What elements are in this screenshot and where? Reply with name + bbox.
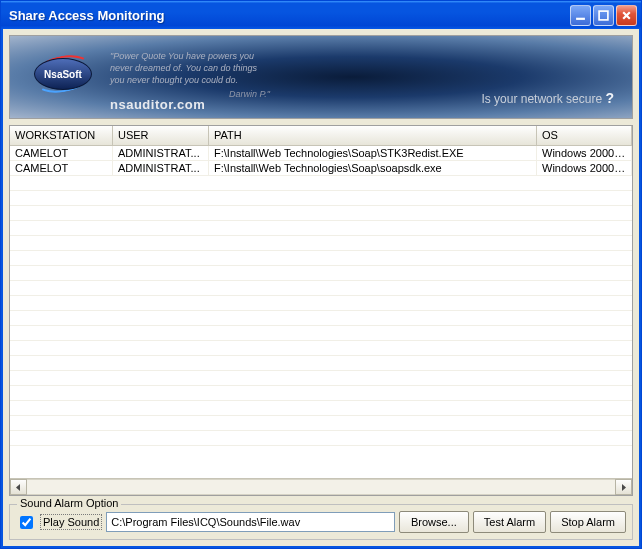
logo: NsaSoft bbox=[32, 54, 94, 94]
maximize-icon bbox=[598, 10, 609, 21]
client-area: NsaSoft "Power Quote You have powers you… bbox=[1, 29, 641, 548]
tagline-text: Is your network secure bbox=[481, 92, 602, 106]
table-row-empty bbox=[10, 416, 632, 431]
table-row-empty bbox=[10, 386, 632, 401]
cell-user: ADMINISTRAT... bbox=[113, 161, 209, 175]
col-path[interactable]: PATH bbox=[209, 126, 537, 145]
cell-path: F:\Install\Web Technologies\Soap\soapsdk… bbox=[209, 161, 537, 175]
close-icon bbox=[621, 10, 632, 21]
svg-rect-0 bbox=[576, 17, 585, 19]
cell-workstation: CAMELOT bbox=[10, 146, 113, 160]
sound-alarm-legend: Sound Alarm Option bbox=[17, 497, 121, 509]
sound-alarm-group: Sound Alarm Option Play Sound Browse... … bbox=[9, 504, 633, 540]
table-row-empty bbox=[10, 356, 632, 371]
cell-path: F:\Install\Web Technologies\Soap\STK3Red… bbox=[209, 146, 537, 160]
table-row-empty bbox=[10, 176, 632, 191]
cell-os: Windows 2000 ... bbox=[537, 146, 632, 160]
table-row-empty bbox=[10, 236, 632, 251]
cell-workstation: CAMELOT bbox=[10, 161, 113, 175]
col-workstation[interactable]: WORKSTATION bbox=[10, 126, 113, 145]
scroll-track[interactable] bbox=[27, 479, 615, 495]
test-alarm-button[interactable]: Test Alarm bbox=[473, 511, 546, 533]
browse-button[interactable]: Browse... bbox=[399, 511, 469, 533]
banner-url: nsauditor.com bbox=[110, 97, 205, 112]
tagline-mark: ? bbox=[605, 90, 614, 106]
play-sound-label[interactable]: Play Sound bbox=[40, 514, 102, 530]
window-controls bbox=[570, 5, 637, 26]
window-title: Share Access Monitoring bbox=[9, 8, 570, 23]
chevron-right-icon bbox=[620, 484, 627, 491]
col-os[interactable]: OS bbox=[537, 126, 632, 145]
table-row-empty bbox=[10, 281, 632, 296]
banner-tagline: Is your network secure ? bbox=[481, 90, 614, 106]
table-row-empty bbox=[10, 251, 632, 266]
col-user[interactable]: USER bbox=[113, 126, 209, 145]
results-table: WORKSTATION USER PATH OS CAMELOTADMINIST… bbox=[9, 125, 633, 496]
close-button[interactable] bbox=[616, 5, 637, 26]
minimize-icon bbox=[575, 10, 586, 21]
quote-text: "Power Quote You have powers you never d… bbox=[110, 51, 257, 85]
banner: NsaSoft "Power Quote You have powers you… bbox=[9, 35, 633, 119]
minimize-button[interactable] bbox=[570, 5, 591, 26]
cell-user: ADMINISTRAT... bbox=[113, 146, 209, 160]
sound-alarm-row: Play Sound Browse... Test Alarm Stop Ala… bbox=[16, 511, 626, 533]
titlebar: Share Access Monitoring bbox=[1, 1, 641, 29]
scroll-left-button[interactable] bbox=[10, 479, 27, 495]
logo-text: NsaSoft bbox=[34, 58, 92, 90]
horizontal-scrollbar[interactable] bbox=[10, 478, 632, 495]
chevron-left-icon bbox=[15, 484, 22, 491]
table-row-empty bbox=[10, 311, 632, 326]
maximize-button[interactable] bbox=[593, 5, 614, 26]
table-row-empty bbox=[10, 341, 632, 356]
table-row-empty bbox=[10, 431, 632, 446]
table-row[interactable]: CAMELOTADMINISTRAT...F:\Install\Web Tech… bbox=[10, 146, 632, 161]
table-row-empty bbox=[10, 266, 632, 281]
svg-rect-1 bbox=[599, 11, 608, 20]
table-row-empty bbox=[10, 206, 632, 221]
table-row-empty bbox=[10, 401, 632, 416]
table-row-empty bbox=[10, 296, 632, 311]
table-row-empty bbox=[10, 326, 632, 341]
table-header: WORKSTATION USER PATH OS bbox=[10, 126, 632, 146]
table-row-empty bbox=[10, 221, 632, 236]
sound-path-input[interactable] bbox=[106, 512, 395, 532]
app-window: Share Access Monitoring NsaSoft "Power Q… bbox=[0, 0, 642, 549]
table-row[interactable]: CAMELOTADMINISTRAT...F:\Install\Web Tech… bbox=[10, 161, 632, 176]
cell-os: Windows 2000 ... bbox=[537, 161, 632, 175]
banner-quote: "Power Quote You have powers you never d… bbox=[110, 50, 270, 100]
play-sound-checkbox[interactable] bbox=[20, 516, 33, 529]
table-body[interactable]: CAMELOTADMINISTRAT...F:\Install\Web Tech… bbox=[10, 146, 632, 478]
scroll-right-button[interactable] bbox=[615, 479, 632, 495]
table-row-empty bbox=[10, 191, 632, 206]
stop-alarm-button[interactable]: Stop Alarm bbox=[550, 511, 626, 533]
table-row-empty bbox=[10, 371, 632, 386]
